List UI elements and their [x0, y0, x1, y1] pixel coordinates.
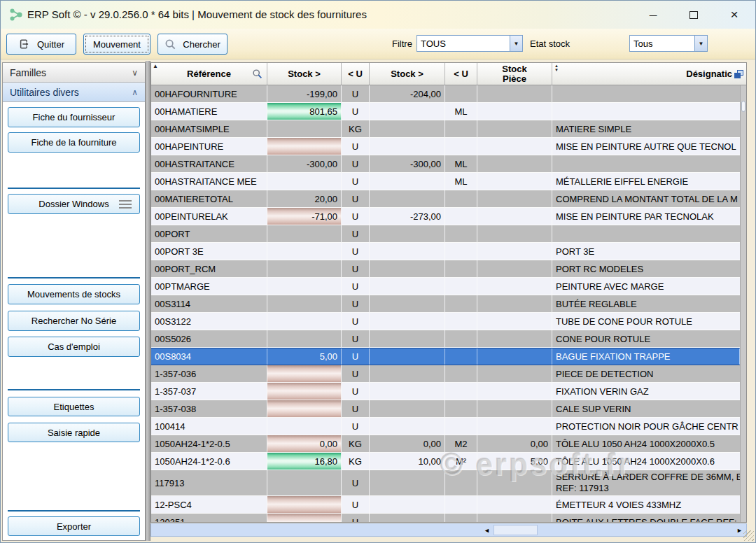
table-cell[interactable]	[477, 225, 552, 243]
minimize-button[interactable]: ─	[642, 6, 664, 23]
table-cell[interactable]: U	[342, 313, 370, 330]
table-cell[interactable]	[445, 225, 477, 243]
table-cell[interactable]	[445, 330, 477, 348]
table-cell[interactable]: U	[342, 155, 370, 173]
table-cell[interactable]: ÉMETTEUR 4 VOIES 433MHZ	[552, 496, 740, 514]
table-row[interactable]: 1050AH24-1*2-0.616,80KG10,00M²5,00TÔLE A…	[151, 453, 740, 470]
table-cell[interactable]: 0,00	[370, 435, 445, 453]
table-row[interactable]: 00PEINTURELAK-71,00U-273,00MISE EN PEINT…	[151, 208, 740, 225]
table-cell[interactable]	[477, 260, 552, 278]
table-row[interactable]: 00HASTRAITANCE MEEUMLMÉTALLERIE EIFFEL E…	[151, 173, 740, 190]
table-row[interactable]: 00HAMATSIMPLEKGMATIERE SIMPLE	[151, 120, 740, 138]
table-cell[interactable]: 00S5026	[151, 330, 267, 348]
table-cell[interactable]	[267, 470, 342, 496]
table-cell[interactable]	[477, 313, 552, 330]
table-cell[interactable]	[267, 120, 342, 138]
table-cell[interactable]: -300,00	[267, 155, 342, 173]
table-cell[interactable]	[445, 138, 477, 155]
table-cell[interactable]: 00PORT_RCM	[151, 260, 267, 278]
table-cell[interactable]	[445, 208, 477, 225]
table-cell[interactable]	[370, 330, 445, 348]
table-row[interactable]: 12-PSC4UÉMETTEUR 4 VOIES 433MHZ	[151, 496, 740, 514]
table-cell[interactable]: U	[342, 85, 370, 103]
table-cell[interactable]	[445, 85, 477, 103]
table-cell[interactable]	[267, 514, 342, 522]
table-cell[interactable]	[267, 225, 342, 243]
etat-stock-dropdown[interactable]: Tous ▼	[629, 35, 708, 52]
table-cell[interactable]: -204,00	[370, 85, 445, 103]
table-row[interactable]: 100414UPROTECTION NOIR POUR GÂCHE CENTR	[151, 418, 740, 435]
column-resize-icon[interactable]: ▲▼	[554, 64, 559, 72]
table-cell[interactable]: 100414	[151, 418, 267, 435]
chercher-button[interactable]: Chercher	[158, 34, 227, 55]
quitter-button[interactable]: Quitter	[6, 34, 76, 55]
accordion-familles[interactable]: Familles ∨	[3, 63, 145, 83]
table-cell[interactable]: U	[342, 348, 370, 365]
table-cell[interactable]	[267, 400, 342, 418]
table-cell[interactable]: 00S3114	[151, 295, 267, 313]
table-cell[interactable]	[370, 295, 445, 313]
table-cell[interactable]: U	[342, 418, 370, 435]
table-cell[interactable]: U	[342, 278, 370, 295]
table-cell[interactable]	[445, 470, 477, 496]
table-cell[interactable]	[477, 243, 552, 260]
exporter-button[interactable]: Exporter	[8, 516, 140, 536]
table-row[interactable]: 00PORT_RCMUPORT RC MODELES	[151, 260, 740, 278]
table-cell[interactable]: 00PORT	[151, 225, 267, 243]
table-cell[interactable]	[477, 496, 552, 514]
table-cell[interactable]	[445, 190, 477, 208]
table-row[interactable]: 00S80345,00UBAGUE FIXATION TRAPPE	[151, 348, 740, 365]
column-header-designation[interactable]: Désignatic	[552, 63, 746, 85]
table-cell[interactable]	[445, 418, 477, 435]
table-cell[interactable]: KG	[342, 435, 370, 453]
table-cell[interactable]: 117913	[151, 470, 267, 496]
table-cell[interactable]	[477, 138, 552, 155]
table-cell[interactable]	[477, 295, 552, 313]
table-cell[interactable]: U	[342, 514, 370, 522]
mouvement-button[interactable]: Mouvement	[83, 34, 150, 55]
table-cell[interactable]: PORT 3E	[552, 243, 740, 260]
table-cell[interactable]	[370, 190, 445, 208]
splitter-handle[interactable]	[146, 61, 150, 541]
table-row[interactable]: 120351UBOITE AUX LETTRES DOUBLE FACE REF…	[151, 514, 740, 522]
fiche-fourniture-button[interactable]: Fiche de la fourniture	[8, 132, 140, 153]
table-cell[interactable]: U	[342, 365, 370, 383]
cas-emploi-button[interactable]: Cas d'emploi	[8, 337, 140, 357]
table-cell[interactable]: 00S3122	[151, 313, 267, 330]
table-row[interactable]: 00S5026UCONE POUR ROTULE	[151, 330, 740, 348]
table-cell[interactable]: FIXATION VERIN GAZ	[552, 383, 740, 400]
horizontal-scrollbar-thumb[interactable]	[493, 525, 538, 535]
rechercher-no-serie-button[interactable]: Rechercher No Série	[8, 311, 140, 331]
table-cell[interactable]: U	[342, 295, 370, 313]
column-header-reference[interactable]: ▲ Référence	[151, 63, 267, 85]
table-row[interactable]: 00HAFOURNITURE-199,00U-204,00	[151, 85, 740, 103]
table-cell[interactable]: 00S8034	[151, 348, 267, 365]
table-cell[interactable]	[370, 365, 445, 383]
table-cell[interactable]	[370, 225, 445, 243]
table-row[interactable]: 00PTMARGEUPEINTURE AVEC MARGE	[151, 278, 740, 295]
table-cell[interactable]: PIECE DE DETECTION	[552, 365, 740, 383]
table-cell[interactable]: U	[342, 400, 370, 418]
table-cell[interactable]	[267, 330, 342, 348]
table-cell[interactable]	[370, 260, 445, 278]
table-cell[interactable]	[477, 365, 552, 383]
table-cell[interactable]	[445, 514, 477, 522]
table-cell[interactable]: MISE EN PEINTURE AUTRE QUE TECNOL	[552, 138, 740, 155]
table-cell[interactable]: 00HASTRAITANCE	[151, 155, 267, 173]
table-cell[interactable]	[267, 243, 342, 260]
table-cell[interactable]	[370, 470, 445, 496]
table-cell[interactable]	[552, 155, 740, 173]
table-cell[interactable]: -199,00	[267, 85, 342, 103]
table-cell[interactable]: 00PORT 3E	[151, 243, 267, 260]
column-options-icon[interactable]	[734, 70, 743, 78]
resize-grip[interactable]	[743, 530, 754, 541]
table-cell[interactable]	[370, 243, 445, 260]
table-cell[interactable]: 1-357-037	[151, 383, 267, 400]
table-row[interactable]: 00PORT 3EUPORT 3E	[151, 243, 740, 260]
table-cell[interactable]: U	[342, 190, 370, 208]
table-cell[interactable]: 120351	[151, 514, 267, 522]
table-cell[interactable]: 16,80	[267, 453, 342, 470]
table-cell[interactable]	[370, 173, 445, 190]
table-cell[interactable]: SERRURE À LARDER COFFRE DE 36MM, BREF: 1…	[552, 470, 740, 496]
table-cell[interactable]	[477, 85, 552, 103]
